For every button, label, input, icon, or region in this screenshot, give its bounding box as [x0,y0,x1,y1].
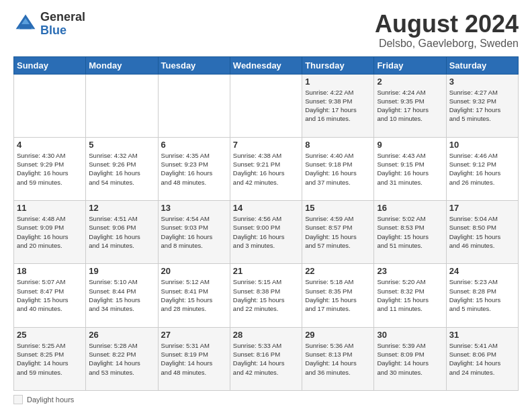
day-info: Sunrise: 4:59 AM Sunset: 8:57 PM Dayligh… [305,214,371,250]
logo-text: General Blue [40,11,85,38]
day-number: 4 [17,140,83,150]
day-number: 24 [449,266,515,276]
calendar-cell-w2-d3: 6Sunrise: 4:35 AM Sunset: 9:23 PM Daylig… [158,137,230,200]
day-info: Sunrise: 4:24 AM Sunset: 9:35 PM Dayligh… [377,88,443,124]
calendar-cell-w2-d1: 4Sunrise: 4:30 AM Sunset: 9:29 PM Daylig… [14,137,86,200]
header-sunday: Sunday [14,56,86,74]
calendar-cell-w4-d6: 23Sunrise: 5:20 AM Sunset: 8:32 PM Dayli… [374,264,446,327]
day-info: Sunrise: 4:56 AM Sunset: 9:00 PM Dayligh… [233,214,299,250]
day-info: Sunrise: 4:38 AM Sunset: 9:21 PM Dayligh… [233,151,299,187]
calendar-cell-w3-d6: 16Sunrise: 5:02 AM Sunset: 8:53 PM Dayli… [374,201,446,264]
calendar-cell-w3-d2: 12Sunrise: 4:51 AM Sunset: 9:06 PM Dayli… [86,201,158,264]
day-info: Sunrise: 5:31 AM Sunset: 8:19 PM Dayligh… [161,341,227,377]
day-number: 31 [449,330,515,340]
day-number: 14 [233,203,299,213]
day-number: 16 [377,203,443,213]
svg-rect-2 [19,24,32,29]
calendar-cell-w4-d4: 21Sunrise: 5:15 AM Sunset: 8:38 PM Dayli… [230,264,302,327]
logo-general-text: General [40,11,85,24]
calendar-cell-w1-d5: 1Sunrise: 4:22 AM Sunset: 9:38 PM Daylig… [302,74,374,137]
calendar-cell-w3-d5: 15Sunrise: 4:59 AM Sunset: 8:57 PM Dayli… [302,201,374,264]
calendar-cell-w4-d2: 19Sunrise: 5:10 AM Sunset: 8:44 PM Dayli… [86,264,158,327]
day-info: Sunrise: 5:33 AM Sunset: 8:16 PM Dayligh… [233,341,299,377]
calendar-cell-w2-d6: 9Sunrise: 4:43 AM Sunset: 9:15 PM Daylig… [374,137,446,200]
day-number: 6 [161,140,227,150]
header-saturday: Saturday [446,56,518,74]
calendar-table: Sunday Monday Tuesday Wednesday Thursday… [13,56,519,391]
calendar-cell-w1-d4 [230,74,302,137]
day-number: 8 [305,140,371,150]
calendar-cell-w4-d7: 24Sunrise: 5:23 AM Sunset: 8:28 PM Dayli… [446,264,518,327]
calendar-cell-w1-d3 [158,74,230,137]
day-info: Sunrise: 4:27 AM Sunset: 9:32 PM Dayligh… [449,88,515,124]
footer: Daylight hours [13,395,519,404]
calendar-cell-w3-d1: 11Sunrise: 4:48 AM Sunset: 9:09 PM Dayli… [14,201,86,264]
calendar-week-row-5: 25Sunrise: 5:25 AM Sunset: 8:25 PM Dayli… [14,327,519,390]
calendar-cell-w3-d3: 13Sunrise: 4:54 AM Sunset: 9:03 PM Dayli… [158,201,230,264]
day-info: Sunrise: 4:35 AM Sunset: 9:23 PM Dayligh… [161,151,227,187]
day-number: 27 [161,330,227,340]
day-number: 11 [17,203,83,213]
header: General Blue August 2024 Delsbo, Gaevleb… [13,11,519,50]
day-info: Sunrise: 4:48 AM Sunset: 9:09 PM Dayligh… [17,214,83,250]
day-number: 26 [89,330,154,340]
day-info: Sunrise: 5:23 AM Sunset: 8:28 PM Dayligh… [449,277,515,313]
day-info: Sunrise: 4:46 AM Sunset: 9:12 PM Dayligh… [449,151,515,187]
day-number: 25 [17,330,83,340]
header-friday: Friday [374,56,446,74]
calendar-cell-w5-d3: 27Sunrise: 5:31 AM Sunset: 8:19 PM Dayli… [158,327,230,390]
calendar-cell-w3-d7: 17Sunrise: 5:04 AM Sunset: 8:50 PM Dayli… [446,201,518,264]
calendar-cell-w1-d2 [86,74,158,137]
calendar-cell-w2-d7: 10Sunrise: 4:46 AM Sunset: 9:12 PM Dayli… [446,137,518,200]
logo-blue-text: Blue [40,24,85,38]
day-info: Sunrise: 5:18 AM Sunset: 8:35 PM Dayligh… [305,277,371,313]
calendar-cell-w1-d6: 2Sunrise: 4:24 AM Sunset: 9:35 PM Daylig… [374,74,446,137]
calendar-cell-w5-d1: 25Sunrise: 5:25 AM Sunset: 8:25 PM Dayli… [14,327,86,390]
day-info: Sunrise: 4:22 AM Sunset: 9:38 PM Dayligh… [305,88,371,124]
day-info: Sunrise: 5:15 AM Sunset: 8:38 PM Dayligh… [233,277,299,313]
calendar-cell-w5-d2: 26Sunrise: 5:28 AM Sunset: 8:22 PM Dayli… [86,327,158,390]
calendar-cell-w4-d1: 18Sunrise: 5:07 AM Sunset: 8:47 PM Dayli… [14,264,86,327]
day-info: Sunrise: 5:36 AM Sunset: 8:13 PM Dayligh… [305,341,371,377]
subtitle: Delsbo, Gaevleborg, Sweden [375,38,519,50]
day-number: 21 [233,266,299,276]
day-number: 22 [305,266,371,276]
calendar-cell-w5-d6: 30Sunrise: 5:39 AM Sunset: 8:09 PM Dayli… [374,327,446,390]
day-info: Sunrise: 5:10 AM Sunset: 8:44 PM Dayligh… [89,277,154,313]
day-info: Sunrise: 4:30 AM Sunset: 9:29 PM Dayligh… [17,151,83,187]
day-number: 23 [377,266,443,276]
day-number: 30 [377,330,443,340]
calendar-cell-w1-d1 [14,74,86,137]
page: General Blue August 2024 Delsbo, Gaevleb… [0,0,532,411]
header-tuesday: Tuesday [158,56,230,74]
calendar-cell-w5-d7: 31Sunrise: 5:41 AM Sunset: 8:06 PM Dayli… [446,327,518,390]
header-thursday: Thursday [302,56,374,74]
day-info: Sunrise: 5:28 AM Sunset: 8:22 PM Dayligh… [89,341,154,377]
daylight-box-icon [13,395,23,404]
day-info: Sunrise: 5:07 AM Sunset: 8:47 PM Dayligh… [17,277,83,313]
calendar-cell-w5-d5: 29Sunrise: 5:36 AM Sunset: 8:13 PM Dayli… [302,327,374,390]
day-number: 29 [305,330,371,340]
day-info: Sunrise: 4:32 AM Sunset: 9:26 PM Dayligh… [89,151,154,187]
title-block: August 2024 Delsbo, Gaevleborg, Sweden [375,11,519,50]
calendar-cell-w1-d7: 3Sunrise: 4:27 AM Sunset: 9:32 PM Daylig… [446,74,518,137]
day-info: Sunrise: 5:41 AM Sunset: 8:06 PM Dayligh… [449,341,515,377]
day-number: 2 [377,77,443,87]
day-number: 3 [449,77,515,87]
day-number: 10 [449,140,515,150]
day-number: 19 [89,266,154,276]
header-wednesday: Wednesday [230,56,302,74]
day-number: 7 [233,140,299,150]
day-info: Sunrise: 4:43 AM Sunset: 9:15 PM Dayligh… [377,151,443,187]
day-number: 9 [377,140,443,150]
calendar-cell-w4-d5: 22Sunrise: 5:18 AM Sunset: 8:35 PM Dayli… [302,264,374,327]
day-number: 15 [305,203,371,213]
day-info: Sunrise: 5:12 AM Sunset: 8:41 PM Dayligh… [161,277,227,313]
calendar-week-row-3: 11Sunrise: 4:48 AM Sunset: 9:09 PM Dayli… [14,201,519,264]
day-info: Sunrise: 5:20 AM Sunset: 8:32 PM Dayligh… [377,277,443,313]
logo-icon [13,12,38,36]
day-info: Sunrise: 5:39 AM Sunset: 8:09 PM Dayligh… [377,341,443,377]
day-number: 18 [17,266,83,276]
day-info: Sunrise: 5:25 AM Sunset: 8:25 PM Dayligh… [17,341,83,377]
day-info: Sunrise: 4:51 AM Sunset: 9:06 PM Dayligh… [89,214,154,250]
